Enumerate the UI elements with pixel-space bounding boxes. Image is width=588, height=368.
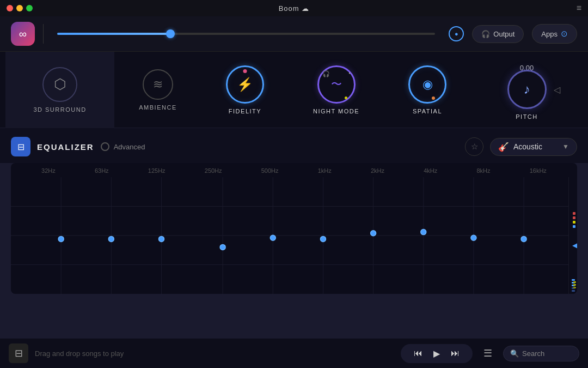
vol-yellow-2: [573, 284, 576, 286]
eq-freq-labels: 32Hz 63Hz 125Hz 250Hz 500Hz 1kHz 2kHz 4k…: [11, 163, 577, 174]
effects-row: ⬡ 3D SURROUND ≋ AMBIENCE ⚡ FIDELITY: [0, 52, 588, 128]
freq-16khz: 16kHz: [530, 167, 547, 174]
fidelity-knob-container: ⚡: [226, 65, 264, 104]
vol-arrow-icon[interactable]: ◀: [572, 242, 577, 249]
band-handle-9[interactable]: [521, 236, 526, 242]
night-mode-icon-box: 〜 🎧 ▪: [317, 65, 356, 104]
vol-dot-blue: [573, 225, 575, 228]
fidelity-dot: [243, 69, 247, 73]
apps-icon: ⊙: [561, 29, 568, 39]
effect-night-mode[interactable]: 〜 🎧 ▪ NIGHT MODE: [289, 52, 384, 128]
vol-dot-yellow: [573, 221, 575, 224]
pitch-label: PITCH: [516, 113, 538, 120]
3d-surround-icon: ⬡: [54, 76, 66, 93]
freq-32hz: 32Hz: [41, 167, 56, 174]
volume-slider[interactable]: [57, 33, 435, 35]
vol-yellow-3: [573, 287, 576, 288]
advanced-label: Advanced: [114, 143, 145, 151]
vol-dot-red: [573, 212, 575, 215]
next-button[interactable]: ⏭: [451, 348, 460, 358]
dj-icon: ⊟: [15, 347, 23, 359]
pitch-icon: ♪: [524, 82, 530, 97]
title-bar: Boom ☁ ≡: [0, 0, 588, 16]
band-handle-0[interactable]: [58, 236, 64, 242]
spatial-dot: [432, 96, 435, 100]
freq-63hz: 63Hz: [95, 167, 109, 174]
eq-favorite-button[interactable]: ☆: [465, 137, 483, 156]
freq-8khz: 8kHz: [476, 167, 490, 174]
fidelity-icon: ⚡: [237, 77, 253, 92]
close-button[interactable]: [7, 5, 13, 11]
headphone-small-icon: 🎧: [322, 70, 330, 77]
effect-pitch[interactable]: 0.00 ♪ ◁ PITCH: [471, 52, 583, 128]
search-placeholder: Search: [522, 349, 544, 358]
freq-2khz: 2kHz: [371, 167, 384, 174]
apps-button[interactable]: Apps ⊙: [532, 24, 577, 44]
dropdown-chevron-icon: ▼: [562, 143, 569, 150]
bottom-logo: ⊟: [9, 343, 28, 363]
spatial-icon-box: ◉: [408, 65, 446, 104]
band-handle-3[interactable]: [220, 244, 225, 250]
effect-fidelity[interactable]: ⚡ FIDELITY: [201, 52, 289, 128]
preset-name: Acoustic: [513, 142, 542, 151]
play-button[interactable]: ▶: [433, 348, 440, 359]
band-handle-6[interactable]: [371, 231, 376, 236]
minimize-button[interactable]: [16, 5, 23, 11]
ambience-icon: ≋: [153, 77, 163, 92]
eq-title: EQUALIZER: [37, 142, 94, 152]
band-handle-7[interactable]: [421, 230, 426, 235]
drag-drop-text: Drag and drop songs to play: [35, 349, 394, 358]
app-logo: ∞: [11, 22, 35, 46]
eq-advanced[interactable]: Advanced: [101, 142, 145, 151]
menu-icon[interactable]: ≡: [577, 3, 581, 13]
eq-curve-svg: [11, 177, 568, 294]
playlist-icon[interactable]: ☰: [479, 347, 497, 359]
ambience-icon-box: ≋: [143, 69, 173, 100]
search-box[interactable]: 🔍 Search: [503, 346, 579, 361]
pitch-knob-container: ♪ ◁: [507, 70, 547, 109]
freq-250hz: 250Hz: [205, 167, 222, 174]
freq-125hz: 125Hz: [148, 167, 166, 174]
volume-thumb[interactable]: [166, 29, 175, 38]
headphone-icon: 🎧: [481, 30, 490, 38]
volume-slider-container[interactable]: [52, 33, 440, 35]
maximize-button[interactable]: [26, 5, 33, 11]
night-mode-knob-container: 〜 🎧 ▪: [317, 65, 356, 104]
transport-controls: ⏮ ▶ ⏭: [401, 344, 473, 363]
eq-bands-container: 32Hz 63Hz 125Hz 250Hz 500Hz 1kHz 2kHz 4k…: [11, 163, 577, 294]
band-handle-5[interactable]: [320, 236, 326, 242]
eq-header: ⊟ EQUALIZER Advanced ☆ 🎸 Acoustic ▼: [0, 128, 588, 163]
divider: [43, 24, 44, 44]
band-handle-1[interactable]: [108, 236, 114, 242]
effect-spatial[interactable]: ◉ SPATIAL: [384, 52, 471, 128]
band-handle-4[interactable]: [270, 235, 275, 240]
night-mode-dot: [345, 96, 347, 99]
night-mode-icon: 〜: [331, 77, 342, 92]
window-controls[interactable]: [7, 5, 33, 11]
ambience-label: AMBIENCE: [139, 104, 176, 111]
logo-icon: ∞: [19, 28, 27, 40]
pitch-arrow-icon: ◁: [554, 85, 560, 95]
output-button[interactable]: 🎧 Output: [472, 25, 524, 43]
volume-right-bar[interactable]: ◀: [568, 177, 577, 294]
band-handle-2[interactable]: [158, 236, 164, 242]
band-handle-8[interactable]: [471, 235, 476, 240]
spatial-label: SPATIAL: [413, 108, 442, 114]
3d-surround-label: 3D SURROUND: [33, 106, 86, 113]
eq-sliders-icon: ⊟: [17, 142, 24, 152]
night-mode-label: NIGHT MODE: [313, 108, 359, 114]
spatial-icon: ◉: [422, 77, 433, 92]
effect-3d-surround[interactable]: ⬡ 3D SURROUND: [5, 52, 114, 128]
advanced-toggle[interactable]: [101, 142, 109, 151]
circle-dot: ●: [455, 31, 458, 37]
eq-preset-dropdown[interactable]: 🎸 Acoustic ▼: [490, 138, 577, 156]
fidelity-label: FIDELITY: [229, 108, 261, 114]
volume-fill: [57, 33, 170, 35]
app-title: Boom ☁: [279, 4, 310, 13]
star-icon: ☆: [471, 142, 478, 152]
search-icon: 🔍: [510, 349, 519, 358]
freq-4khz: 4kHz: [424, 167, 437, 174]
prev-button[interactable]: ⏮: [414, 348, 422, 358]
freq-500hz: 500Hz: [261, 167, 279, 174]
effect-ambience[interactable]: ≋ AMBIENCE: [114, 52, 201, 128]
